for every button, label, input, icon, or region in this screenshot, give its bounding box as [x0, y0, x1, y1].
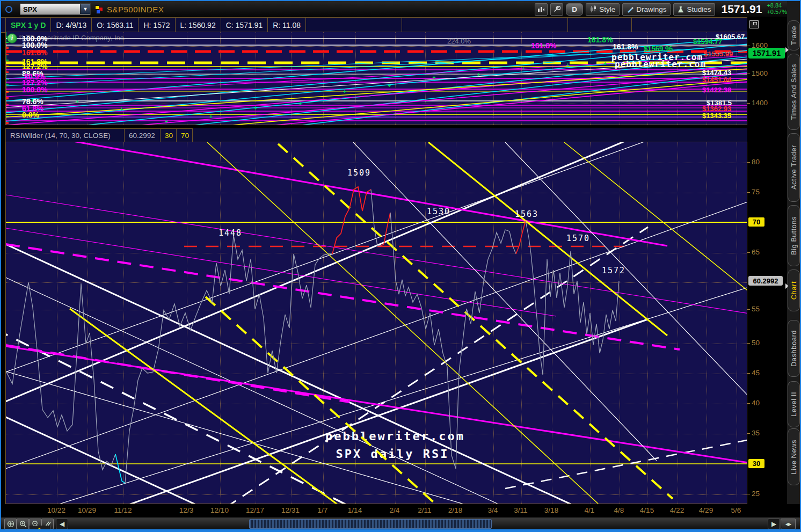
- time-axis-label: 2/4: [390, 506, 400, 514]
- pan-button[interactable]: [4, 519, 17, 529]
- trendline[interactable]: [70, 309, 341, 504]
- axis-tick-mark: [747, 403, 750, 404]
- axis-tick-mark: [747, 103, 750, 104]
- time-axis-label: 4/29: [699, 506, 713, 514]
- time-axis-label: 2/18: [448, 506, 462, 514]
- ohlc-close: C: 1571.91: [221, 18, 268, 32]
- trendline[interactable]: [6, 69, 747, 117]
- time-axis-label: 12/3: [179, 506, 193, 514]
- zoom-in-button[interactable]: [17, 519, 29, 529]
- panel-maximize-icon[interactable]: [749, 20, 759, 28]
- rsi-axis-tick: 75: [752, 188, 760, 196]
- time-axis-label: 4/1: [585, 506, 595, 514]
- symbol-dropdown-arrow[interactable]: ▼: [80, 4, 90, 14]
- price-axis-tick: 1500: [752, 69, 768, 77]
- sidebar-tab-big-buttons[interactable]: Big Buttons: [788, 205, 800, 266]
- candlestick-icon: [590, 5, 596, 13]
- rsi-axis-tick: 25: [752, 490, 760, 498]
- ohlc-bar: SPX 1 y D D: 4/9/13 O: 1563.11 H: 1572 L…: [1, 17, 800, 33]
- rsi-chart-panel[interactable]: pebblewriter.com SPX daily RSI 144815091…: [5, 142, 747, 504]
- time-axis-label: 5/6: [731, 506, 741, 514]
- expand-arrows-icon: ◀▶: [785, 522, 791, 527]
- info-icon[interactable]: i: [7, 33, 17, 43]
- price-chart-panel[interactable]: i © TD Ameritrade IP Company, Inc. +++++…: [5, 32, 747, 125]
- style-button[interactable]: Style: [586, 3, 620, 16]
- timeframe-button[interactable]: D: [566, 3, 583, 16]
- signal-plus-marker: +: [477, 72, 480, 78]
- trendline[interactable]: [207, 142, 599, 504]
- rsi-study-name[interactable]: RSIWilder (14, 70, 30, CLOSE): [5, 128, 125, 143]
- trendline[interactable]: [353, 142, 657, 461]
- gadget-sidebar: TradeTimes And SalesActive TraderBig But…: [787, 1, 800, 531]
- price-chart-drawings: [6, 32, 747, 125]
- rsi-chart-drawings: [6, 142, 747, 504]
- drawings-button[interactable]: Drawings: [622, 3, 671, 16]
- signal-plus-marker: +: [298, 101, 302, 107]
- scrollbar-thumb[interactable]: [249, 519, 492, 529]
- rsi-axis-tick: 80: [752, 158, 760, 166]
- flask-icon: [678, 6, 684, 13]
- trendline[interactable]: [278, 144, 673, 499]
- sidebar-tab-label: Trade: [790, 26, 798, 45]
- signal-plus-marker: +: [522, 66, 525, 72]
- ohlc-low: L: 1560.92: [176, 18, 221, 32]
- trendline[interactable]: [6, 329, 704, 504]
- rsi-oversold-setting: 30: [161, 128, 177, 143]
- rsi-axis-tick: 65: [752, 248, 760, 256]
- trendline[interactable]: [6, 273, 747, 504]
- overbought-badge: 70: [748, 217, 764, 227]
- rsi-axis-tick: 55: [752, 305, 760, 313]
- pattern-icon: [537, 5, 545, 13]
- ohlc-empty-cell: [306, 18, 402, 32]
- sidebar-tab-live-news[interactable]: Live News: [788, 428, 800, 485]
- toolbar-collapse-tab[interactable]: «: [29, 526, 50, 532]
- time-axis-label: 3/4: [488, 506, 498, 514]
- series-label: SPX 1 y D: [5, 18, 51, 32]
- time-axis-label: 10/29: [78, 506, 96, 514]
- axis-tick-mark: [747, 309, 750, 310]
- signal-plus-marker: +: [31, 98, 34, 104]
- trendline[interactable]: [6, 368, 747, 504]
- sidebar-tab-active-trader[interactable]: Active Trader: [788, 133, 800, 202]
- time-axis-label: 12/17: [246, 506, 264, 514]
- sidebar-tab-label: Chart: [790, 281, 798, 300]
- signal-plus-marker: +: [120, 106, 123, 112]
- sidebar-tab-times-and-sales[interactable]: Times And Sales: [788, 54, 800, 130]
- pan-icon: [7, 520, 14, 528]
- axis-tick-mark: [747, 74, 750, 74]
- studies-button[interactable]: Studies: [673, 3, 715, 16]
- ohlc-date: D: 4/9/13: [51, 18, 92, 32]
- price-axis-tick: 1400: [752, 99, 768, 107]
- trendline[interactable]: [505, 142, 747, 400]
- trendline[interactable]: [206, 297, 438, 504]
- trendline[interactable]: [6, 142, 667, 246]
- time-axis-label: 12/10: [210, 506, 229, 514]
- sidebar-tab-dashboard[interactable]: Dashboard: [788, 320, 800, 377]
- time-axis[interactable]: 10/2210/2911/1212/312/1012/1712/311/71/1…: [1, 504, 800, 518]
- time-axis-label: 1/7: [318, 506, 328, 514]
- sidebar-tab-label: Level II: [790, 392, 798, 417]
- rsi-overbought-setting: 70: [177, 128, 193, 143]
- signal-plus-marker: +: [165, 119, 168, 125]
- symbol-value: SPX: [20, 5, 80, 13]
- time-axis-label: 12/31: [281, 506, 300, 514]
- trendline[interactable]: [6, 142, 629, 406]
- chart-scrollbar[interactable]: [60, 519, 766, 528]
- sidebar-tab-chart[interactable]: Chart: [788, 269, 800, 311]
- trendline[interactable]: [564, 142, 747, 294]
- chart-toolbar: ◀ ▶ ◀▶: [1, 518, 800, 529]
- axis-tick-mark: [747, 433, 750, 434]
- chart-pattern-button[interactable]: [535, 3, 548, 16]
- sidebar-tab-level-ii[interactable]: Level II: [788, 381, 800, 427]
- time-axis-label: 10/22: [47, 506, 65, 514]
- settings-wrench-button[interactable]: [550, 3, 563, 16]
- price-axis[interactable]: 1600150014001571.91807565555045403525703…: [747, 17, 787, 518]
- symbol-input[interactable]: SPX ▼: [20, 3, 91, 15]
- drawings-button-label: Drawings: [636, 5, 666, 13]
- scroll-right-button[interactable]: ▶: [768, 519, 780, 529]
- sidebar-tab-trade[interactable]: Trade: [788, 20, 800, 50]
- wrench-icon: [553, 5, 560, 13]
- axis-expand-button[interactable]: ◀▶: [781, 519, 796, 529]
- trendline[interactable]: [6, 412, 747, 504]
- axis-tick-mark: [747, 252, 750, 253]
